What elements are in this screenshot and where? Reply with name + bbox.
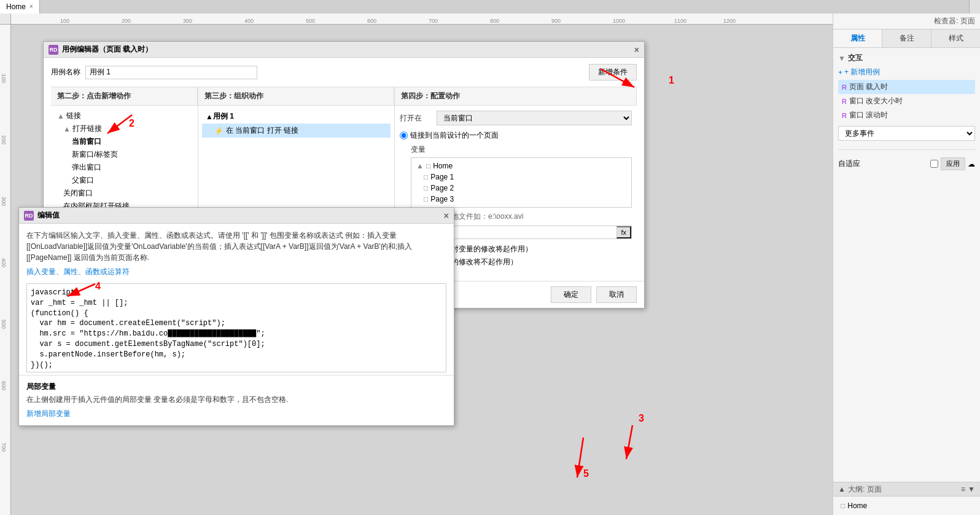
more-events-dropdown[interactable]: 更多事件 <box>838 126 975 141</box>
local-var-title: 局部变量 <box>26 382 446 392</box>
edit-value-title-bar: RD 编辑值 × <box>19 208 454 224</box>
tab-home-label: Home <box>6 2 26 11</box>
add-local-var-link[interactable]: 新增局部变量 <box>26 409 71 418</box>
bottom-section-title: 大纲: 页面 <box>848 484 882 495</box>
page-tree: ▲ □ Home □ Page 1 □ Page <box>411 157 632 208</box>
tree-node-current-window[interactable]: 当前窗口 <box>55 135 194 148</box>
adaptive-checkbox[interactable] <box>930 160 938 168</box>
tab-close-icon[interactable]: × <box>29 3 33 10</box>
page-tree-home-label: Home <box>433 162 453 170</box>
badge-1: 1 <box>669 75 674 86</box>
use-case-name-label: 用例名称 <box>51 67 80 77</box>
tab-properties[interactable]: 属性 <box>833 29 882 47</box>
event-item-window-resize[interactable]: R 窗口 改变大小时 <box>838 94 975 108</box>
insert-variable-link[interactable]: 插入变量、属性、函数或运算符 <box>19 267 454 281</box>
event-icon-window-scroll: R <box>842 112 847 119</box>
event-icon-window-resize: R <box>842 98 847 105</box>
edit-value-close-button[interactable]: × <box>444 211 449 221</box>
event-item-page-load[interactable]: R 页面 载入时 <box>838 80 975 94</box>
ruler-tick-100: 100 <box>60 18 69 24</box>
page-tree-page2-label: Page 2 <box>430 184 454 192</box>
adaptive-apply-button[interactable]: 应用 <box>941 157 965 170</box>
open-at-row: 打开在 当前窗口 <box>400 111 632 125</box>
ruler-tick-1200: 1200 <box>723 18 736 24</box>
ruler-vtick-200: 200 <box>1 135 7 144</box>
tree-node-close-window[interactable]: 关闭窗口 <box>55 187 194 200</box>
page-tree-page1[interactable]: □ Page 1 <box>414 171 629 183</box>
page-tree-page3[interactable]: □ Page 3 <box>414 194 629 205</box>
add-use-case-link[interactable]: + + 新增用例 <box>838 67 975 77</box>
right-panel-content: ▼ 交互 + + 新增用例 R 页面 载入时 R 窗口 改变大小时 R 窗口 滚… <box>833 48 980 482</box>
col2-group-label: ▲ 用例 1 <box>202 109 391 124</box>
edit-value-textarea[interactable]: javascript: var _hmt = _hmt || []; (func… <box>27 284 446 370</box>
arrow-3-indicator <box>608 422 645 473</box>
tree-node-parent-window[interactable]: 父窗口 <box>55 174 194 187</box>
col2-header: 第三步：组织动作 <box>198 87 394 106</box>
cancel-button[interactable]: 取消 <box>596 286 637 303</box>
ruler-tick-900: 900 <box>551 18 561 24</box>
radio-link-page[interactable]: 链接到当前设计的一个页面 <box>400 130 632 141</box>
tree-node-close-window-label: 关闭窗口 <box>63 188 93 199</box>
tab-home[interactable]: Home × <box>0 0 40 14</box>
tree-node-new-tab[interactable]: 新窗口/标签页 <box>55 148 194 161</box>
bottom-tree-home-label: Home <box>847 501 867 510</box>
bottom-tree-home[interactable]: □ Home <box>838 500 975 511</box>
use-case-title-bar: RD 用例编辑器（页面 载入时） × <box>44 42 644 58</box>
page-tree-page2[interactable]: □ Page 2 <box>414 183 629 194</box>
ruler-tick-1000: 1000 <box>613 18 625 24</box>
interaction-section-title: ▼ 交互 <box>838 53 975 63</box>
sort-icon[interactable]: ▼ <box>968 485 975 493</box>
tab-notes[interactable]: 备注 <box>882 29 931 47</box>
tab-style[interactable]: 样式 <box>931 29 980 47</box>
tree-node-link[interactable]: ▲ 链接 <box>55 109 194 122</box>
page3-doc-icon: □ <box>424 195 428 203</box>
url-fx-button[interactable]: fx <box>616 226 631 238</box>
page-tree-home[interactable]: ▲ □ Home <box>414 160 629 171</box>
ruler-tick-600: 600 <box>367 18 376 24</box>
ruler-tick-500: 500 <box>306 18 315 24</box>
local-var-desc: 在上侧创建用于插入元件值的局部变量 变量名必须是字母和数字，且不包含空格. <box>26 395 446 405</box>
canvas-area: 100 200 300 400 500 600 700 800 900 1000… <box>0 14 833 515</box>
tree-node-new-tab-label: 新窗口/标签页 <box>72 149 118 160</box>
tree-node-popup[interactable]: 弹出窗口 <box>55 161 194 174</box>
variable-label: 变量 <box>400 144 632 155</box>
use-case-name-input[interactable] <box>85 66 257 79</box>
adaptive-controls: 应用 ☁ <box>930 157 975 170</box>
badge-5: 5 <box>583 468 589 479</box>
svg-line-3 <box>626 425 632 459</box>
use-case-name-row: 用例名称 新增条件 <box>51 64 637 81</box>
col2-content: ▲ 用例 1 ⚡ 在 当前窗口 打开 链接 <box>198 106 394 216</box>
radio-link-page-input[interactable] <box>400 132 408 140</box>
filter-icon[interactable]: ≡ <box>961 485 965 493</box>
bottom-home-icon: □ <box>841 501 845 510</box>
ruler-vtick-500: 500 <box>1 320 7 329</box>
col3-header: 第四步：配置动作 <box>395 87 637 106</box>
open-at-select[interactable]: 当前窗口 <box>437 111 632 125</box>
use-case-close-button[interactable]: × <box>634 45 639 55</box>
top-tab-bar: Home × <box>0 0 980 14</box>
dialog-edit-value: RD 编辑值 × 在下方编辑区输入文字、插入变量、属性、函数或表达式。请使用 '… <box>18 207 454 426</box>
new-condition-button[interactable]: 新增条件 <box>589 64 637 81</box>
tree-node-open-link[interactable]: ▲ 打开链接 <box>55 122 194 135</box>
page1-doc-icon: □ <box>424 173 428 181</box>
bottom-expand-icon: ▲ <box>838 485 846 493</box>
adaptive-cloud-icon: ☁ <box>968 160 975 168</box>
badge-3: 3 <box>639 413 644 424</box>
col2-group-text: 用例 1 <box>213 111 234 122</box>
col2-action-item[interactable]: ⚡ 在 当前窗口 打开 链接 <box>202 124 391 138</box>
tree-node-current-window-label: 当前窗口 <box>72 136 101 147</box>
ruler-tick-300: 300 <box>183 18 192 24</box>
ruler-vtick-600: 600 <box>1 381 7 390</box>
tree-node-popup-label: 弹出窗口 <box>72 162 101 173</box>
confirm-button[interactable]: 确定 <box>551 286 591 303</box>
ruler-vertical: 100 200 300 400 500 600 700 <box>0 25 11 515</box>
right-panel: 检查器: 页面 属性 备注 样式 ▼ 交互 + + 新增用例 <box>833 14 980 515</box>
event-icon-page-load: R <box>842 84 847 91</box>
ruler-tick-800: 800 <box>490 18 499 24</box>
divider-1 <box>838 149 975 150</box>
page2-doc-icon: □ <box>424 184 428 192</box>
edit-value-description: 在下方编辑区输入文字、插入变量、属性、函数或表达式。请使用 '[[' 和 ']]… <box>19 224 454 267</box>
bottom-tree: □ Home <box>833 497 980 515</box>
event-item-window-scroll[interactable]: R 窗口 滚动时 <box>838 108 975 122</box>
bottom-icons: ≡ ▼ <box>961 485 975 493</box>
